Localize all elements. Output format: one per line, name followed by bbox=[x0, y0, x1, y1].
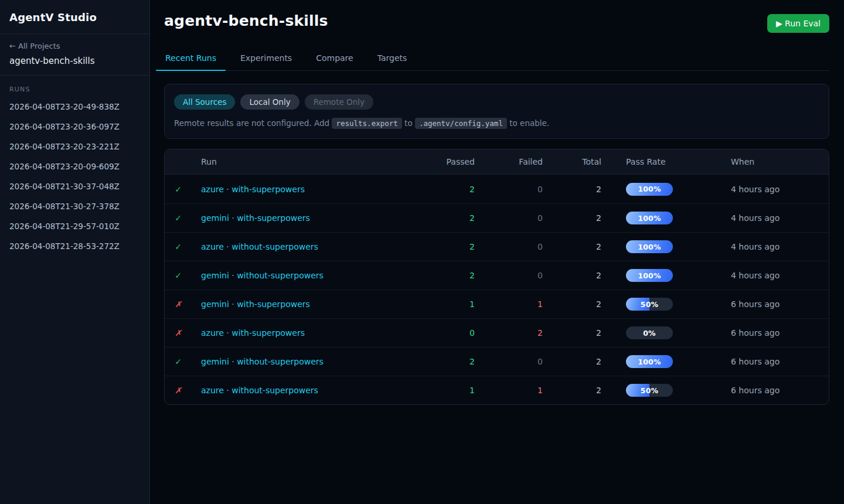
pass-rate-label: 100% bbox=[626, 183, 673, 196]
failed-count: 1 bbox=[475, 386, 543, 395]
total-count: 2 bbox=[543, 185, 601, 194]
when-text: 4 hours ago bbox=[726, 185, 829, 194]
sidebar-run-item[interactable]: 2026-04-08T21-30-37-048Z bbox=[0, 176, 149, 196]
sidebar-run-item[interactable]: 2026-04-08T21-28-53-272Z bbox=[0, 236, 149, 256]
sidebar-run-item[interactable]: 2026-04-08T23-20-36-097Z bbox=[0, 117, 149, 137]
when-text: 4 hours ago bbox=[726, 242, 829, 251]
remote-config-note: Remote results are not configured. Add r… bbox=[174, 118, 819, 128]
pass-rate-label: 100% bbox=[626, 355, 673, 368]
code-results-export: results.export bbox=[332, 118, 401, 129]
status-icon: ✓ bbox=[175, 213, 182, 223]
failed-count: 0 bbox=[475, 271, 543, 280]
when-text: 4 hours ago bbox=[726, 213, 829, 223]
tab-recent-runs[interactable]: Recent Runs bbox=[164, 53, 217, 70]
pass-rate-pill: 100% bbox=[626, 183, 673, 196]
filter-chip-remote-only: Remote Only bbox=[305, 94, 373, 110]
table-header-row: Run Passed Failed Total Pass Rate When bbox=[165, 149, 829, 175]
tab-targets[interactable]: Targets bbox=[376, 53, 409, 70]
tab-compare[interactable]: Compare bbox=[315, 53, 355, 70]
note-text: to bbox=[402, 118, 415, 128]
all-projects-link[interactable]: ← All Projects bbox=[9, 42, 140, 50]
when-text: 4 hours ago bbox=[726, 271, 829, 280]
pass-rate-pill: 100% bbox=[626, 355, 673, 368]
status-icon: ✗ bbox=[175, 299, 182, 309]
app-title: AgentV Studio bbox=[9, 11, 140, 23]
column-passed: Passed bbox=[409, 157, 475, 166]
pass-rate-pill: 100% bbox=[626, 269, 673, 282]
table-row: ✓ azure · with-superpowers 2 0 2 100% 4 … bbox=[165, 175, 829, 203]
run-eval-button[interactable]: ▶ Run Eval bbox=[767, 14, 829, 33]
status-icon: ✗ bbox=[175, 328, 182, 338]
when-text: 6 hours ago bbox=[726, 386, 829, 395]
run-list: 2026-04-08T23-20-49-838Z2026-04-08T23-20… bbox=[0, 97, 149, 256]
code-config-yaml: .agentv/config.yaml bbox=[415, 118, 507, 129]
when-text: 6 hours ago bbox=[726, 299, 829, 309]
sidebar-run-item[interactable]: 2026-04-08T23-20-23-221Z bbox=[0, 137, 149, 156]
main-header: agentv-bench-skills ▶ Run Eval bbox=[164, 12, 829, 33]
pass-rate-label: 50% bbox=[626, 384, 673, 397]
status-icon: ✓ bbox=[175, 271, 182, 280]
failed-count: 2 bbox=[475, 328, 543, 338]
passed-count: 2 bbox=[409, 242, 475, 251]
when-text: 6 hours ago bbox=[726, 328, 829, 338]
pass-rate-pill: 50% bbox=[626, 298, 673, 311]
total-count: 2 bbox=[543, 357, 601, 366]
table-row: ✗ azure · with-superpowers 0 2 2 0% 6 ho… bbox=[165, 318, 829, 347]
run-link[interactable]: azure · with-superpowers bbox=[201, 185, 305, 194]
total-count: 2 bbox=[543, 271, 601, 280]
source-filter-chips: All SourcesLocal OnlyRemote Only bbox=[174, 94, 819, 110]
column-failed: Failed bbox=[475, 157, 543, 166]
total-count: 2 bbox=[543, 213, 601, 223]
pass-rate-pill: 0% bbox=[626, 326, 673, 339]
total-count: 2 bbox=[543, 299, 601, 309]
pass-rate-label: 100% bbox=[626, 212, 673, 224]
table-row: ✗ azure · without-superpowers 1 1 2 50% … bbox=[165, 376, 829, 404]
run-link[interactable]: azure · without-superpowers bbox=[201, 386, 318, 395]
total-count: 2 bbox=[543, 386, 601, 395]
status-icon: ✗ bbox=[175, 386, 182, 395]
total-count: 2 bbox=[543, 328, 601, 338]
sidebar-run-item[interactable]: 2026-04-08T23-20-49-838Z bbox=[0, 97, 149, 117]
status-icon: ✓ bbox=[175, 185, 182, 194]
pass-rate-label: 100% bbox=[626, 240, 673, 253]
table-row: ✗ gemini · with-superpowers 1 1 2 50% 6 … bbox=[165, 290, 829, 318]
filter-chip-local-only[interactable]: Local Only bbox=[240, 94, 299, 110]
status-icon: ✓ bbox=[175, 357, 182, 366]
sidebar-run-item[interactable]: 2026-04-08T21-30-27-378Z bbox=[0, 196, 149, 216]
pass-rate-pill: 50% bbox=[626, 384, 673, 397]
sidebar-header: AgentV Studio bbox=[0, 0, 149, 34]
tab-experiments[interactable]: Experiments bbox=[239, 53, 293, 70]
note-text: to enable. bbox=[507, 118, 549, 128]
pass-rate-pill: 100% bbox=[626, 212, 673, 224]
passed-count: 1 bbox=[409, 386, 475, 395]
run-link[interactable]: gemini · with-superpowers bbox=[201, 213, 310, 223]
failed-count: 0 bbox=[475, 357, 543, 366]
failed-count: 1 bbox=[475, 299, 543, 309]
failed-count: 0 bbox=[475, 213, 543, 223]
runs-table: Run Passed Failed Total Pass Rate When ✓… bbox=[164, 149, 829, 405]
source-filter-panel: All SourcesLocal OnlyRemote Only Remote … bbox=[164, 84, 829, 139]
project-name: agentv-bench-skills bbox=[9, 56, 140, 66]
column-run: Run bbox=[192, 157, 409, 166]
run-link[interactable]: gemini · without-superpowers bbox=[201, 271, 324, 280]
run-link[interactable]: azure · without-superpowers bbox=[201, 242, 318, 251]
column-when: When bbox=[726, 157, 829, 166]
project-block: ← All Projects agentv-bench-skills bbox=[0, 34, 149, 76]
table-body: ✓ azure · with-superpowers 2 0 2 100% 4 … bbox=[165, 175, 829, 404]
column-pass-rate: Pass Rate bbox=[601, 157, 726, 166]
filter-chip-all-sources[interactable]: All Sources bbox=[174, 94, 235, 110]
failed-count: 0 bbox=[475, 185, 543, 194]
passed-count: 2 bbox=[409, 271, 475, 280]
sidebar-run-item[interactable]: 2026-04-08T21-29-57-010Z bbox=[0, 216, 149, 236]
run-link[interactable]: azure · with-superpowers bbox=[201, 328, 305, 338]
sidebar-run-item[interactable]: 2026-04-08T23-20-09-609Z bbox=[0, 156, 149, 176]
run-link[interactable]: gemini · with-superpowers bbox=[201, 299, 310, 309]
run-link[interactable]: gemini · without-superpowers bbox=[201, 357, 324, 366]
note-text: Remote results are not configured. Add bbox=[174, 118, 332, 128]
passed-count: 0 bbox=[409, 328, 475, 338]
passed-count: 2 bbox=[409, 185, 475, 194]
table-row: ✓ gemini · with-superpowers 2 0 2 100% 4… bbox=[165, 203, 829, 232]
total-count: 2 bbox=[543, 242, 601, 251]
table-row: ✓ azure · without-superpowers 2 0 2 100%… bbox=[165, 232, 829, 261]
pass-rate-pill: 100% bbox=[626, 240, 673, 253]
